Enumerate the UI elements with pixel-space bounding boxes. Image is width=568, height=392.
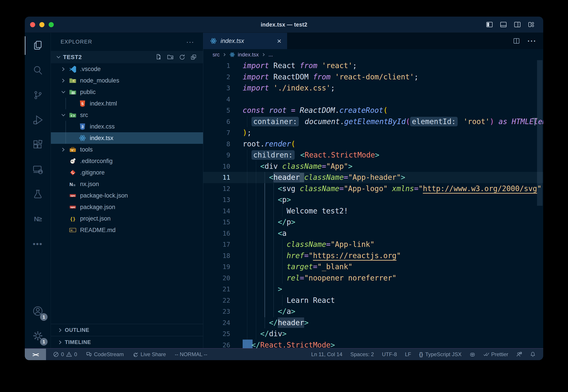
activity-testing[interactable] <box>25 182 51 207</box>
feedback-status[interactable] <box>516 351 522 357</box>
code-line-3[interactable]: 3import './index.css'; <box>203 83 543 94</box>
activity-remote-explorer[interactable] <box>25 157 51 182</box>
code-line-6[interactable]: 6 container: document.getElementById(ele… <box>203 116 543 127</box>
prettier-status[interactable]: Prettier <box>483 351 508 357</box>
code-line-20[interactable]: 20 rel="noopener noreferrer" <box>203 273 543 284</box>
code-line-18[interactable]: 18 href="https://reactjs.org" <box>203 250 543 262</box>
vim-mode-indicator[interactable]: -- NORMAL -- <box>175 351 207 357</box>
code-line-19[interactable]: 19 target="_blank" <box>203 261 543 273</box>
settings-button[interactable]: 1 <box>25 323 51 348</box>
code-line-9[interactable]: 9 children: <React.StrictMode> <box>203 150 543 161</box>
code-line-25[interactable]: 25 </div> <box>203 328 543 340</box>
code-line-11[interactable]: 11 <header className="App-header"> <box>203 172 543 183</box>
code-line-23[interactable]: 23 </a> <box>203 306 543 317</box>
tree-item-tools[interactable]: tools <box>51 144 203 155</box>
editor-more-actions-icon[interactable]: ··· <box>527 37 537 45</box>
activity-nx-console[interactable]: N≥ <box>25 207 51 231</box>
refresh-icon[interactable] <box>179 54 186 61</box>
new-file-icon[interactable] <box>155 54 162 61</box>
tree-item--gitignore[interactable]: .gitignore <box>51 167 203 178</box>
remote-indicator[interactable]: >< <box>25 349 46 360</box>
code-line-14[interactable]: 14 Welcome test2! <box>203 206 543 217</box>
tree-item-package-json[interactable]: npmpackage.json <box>51 201 203 213</box>
tree-item-src[interactable]: src <box>51 109 203 121</box>
code-line-22[interactable]: 22 Learn React <box>203 295 543 306</box>
line-number: 25 <box>203 328 230 340</box>
code-token: "App" <box>326 162 348 170</box>
explorer-more-actions[interactable]: ··· <box>186 38 194 46</box>
tree-item-nx-json[interactable]: N≥nx.json <box>51 178 203 190</box>
encoding-setting[interactable]: UTF-8 <box>382 351 397 357</box>
indent-guide <box>282 261 283 273</box>
new-folder-icon[interactable] <box>167 54 174 61</box>
activity-run-debug[interactable] <box>25 108 51 132</box>
code-line-1[interactable]: 1import React from 'react'; <box>203 60 543 71</box>
breadcrumb-folder[interactable]: src <box>213 52 220 58</box>
eol-setting[interactable]: LF <box>405 351 411 357</box>
markdown-icon: M↓ <box>69 226 77 234</box>
code-line-10[interactable]: 10 <div className="App"> <box>203 161 543 172</box>
activity-more[interactable]: ••• <box>25 231 51 256</box>
code-token <box>295 184 300 193</box>
collapse-folders-icon[interactable] <box>191 54 197 61</box>
code-area[interactable]: T 1import React from 'react';2import Rea… <box>203 60 543 348</box>
code-token: http://www.w3.org/2000/svg <box>423 184 537 193</box>
cursor-position[interactable]: Ln 11, Col 14 <box>311 351 342 357</box>
tree-item-public[interactable]: public <box>51 86 203 98</box>
breadcrumb-symbol[interactable]: ... <box>268 52 273 58</box>
split-editor-icon[interactable] <box>513 37 520 44</box>
indent-guide <box>273 284 274 295</box>
breadcrumb-file[interactable]: index.tsx <box>238 52 259 58</box>
activity-source-control[interactable] <box>25 83 51 108</box>
workspace-section-header[interactable]: TEST2 <box>51 51 203 63</box>
code-line-26[interactable]: 26 </React.StrictMode> <box>203 340 543 349</box>
code-token: ( <box>291 140 295 148</box>
braces-icon: {} <box>419 351 423 357</box>
code-line-17[interactable]: 17 className="App-link" <box>203 239 543 250</box>
code-line-16[interactable]: 16 <a <box>203 228 543 239</box>
tree-item-label: tools <box>80 146 93 153</box>
activity-extensions[interactable] <box>25 132 51 157</box>
copilot-status[interactable] <box>470 351 475 357</box>
customize-layout-icon[interactable] <box>528 21 535 28</box>
toggle-secondary-sidebar-icon[interactable] <box>514 21 521 28</box>
double-check-icon <box>483 351 489 357</box>
tree-item-index-html[interactable]: 5index.html <box>51 98 203 109</box>
codestream-status[interactable]: CodeStream <box>86 351 124 357</box>
tree-item-node-modules[interactable]: JSnode_modules <box>51 75 203 86</box>
activity-explorer[interactable] <box>25 33 51 58</box>
activity-search[interactable] <box>25 58 51 83</box>
code-line-13[interactable]: 13 <p> <box>203 194 543 206</box>
indent-guide <box>256 183 256 195</box>
problems-indicator[interactable]: 0 0 <box>53 351 77 357</box>
code-line-2[interactable]: 2import ReactDOM from 'react-dom/client'… <box>203 71 543 83</box>
code-line-7[interactable]: 7); <box>203 127 543 139</box>
accounts-button[interactable]: 1 <box>25 299 51 323</box>
code-line-24[interactable]: 24 </header> <box>203 317 543 329</box>
tree-item-index-tsx[interactable]: index.tsx <box>51 132 203 144</box>
notifications-status[interactable] <box>530 351 536 357</box>
timeline-section[interactable]: TIMELINE <box>51 336 203 348</box>
language-mode[interactable]: {} TypeScript JSX <box>419 351 462 357</box>
tree-item-readme-md[interactable]: M↓README.md <box>51 224 203 236</box>
tree-item-package-lock-json[interactable]: npmpackage-lock.json <box>51 190 203 201</box>
code-line-8[interactable]: 8root.render( <box>203 139 543 150</box>
code-line-12[interactable]: 12 <svg className="App-logo" xmlns="http… <box>203 183 543 195</box>
tree-item--editorconfig[interactable]: .editorconfig <box>51 155 203 167</box>
outline-section[interactable]: OUTLINE <box>51 324 203 336</box>
toggle-sidebar-icon[interactable] <box>486 21 493 28</box>
tab-index-tsx[interactable]: index.tsx × <box>203 33 287 49</box>
beaker-icon <box>32 189 43 199</box>
code-line-4[interactable]: 4 <box>203 94 543 105</box>
tree-item--vscode[interactable]: .vscode <box>51 63 203 75</box>
svg-text:npm: npm <box>70 206 75 208</box>
tree-item-project-json[interactable]: {}project.json <box>51 213 203 224</box>
toggle-panel-icon[interactable] <box>500 21 507 28</box>
code-line-15[interactable]: 15 </p> <box>203 217 543 228</box>
close-tab-icon[interactable]: × <box>277 37 281 45</box>
indentation-setting[interactable]: Spaces: 2 <box>350 351 374 357</box>
live-share-status[interactable]: Live Share <box>133 351 166 357</box>
tree-item-index-css[interactable]: 3index.css <box>51 121 203 132</box>
code-line-5[interactable]: 5const root = ReactDOM.createRoot( <box>203 105 543 116</box>
code-line-21[interactable]: 21 > <box>203 284 543 295</box>
